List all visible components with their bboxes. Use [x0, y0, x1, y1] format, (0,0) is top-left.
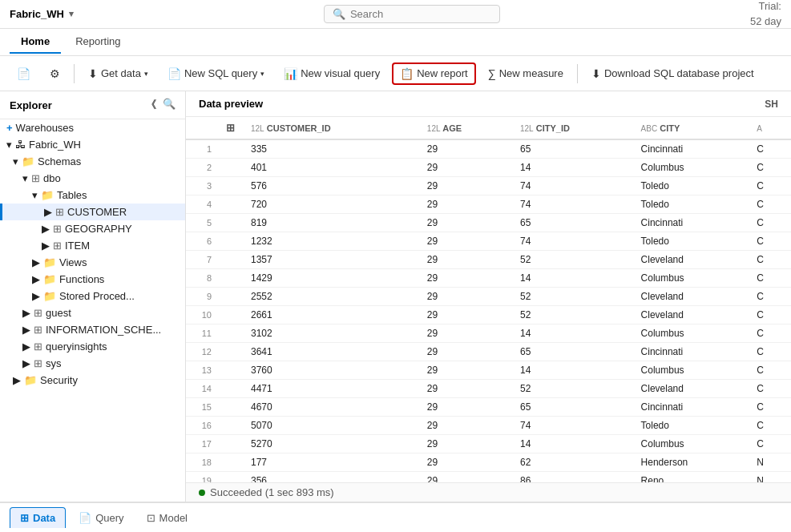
sys-schema-icon: ⊞ [34, 357, 42, 369]
sidebar-search-icon[interactable]: 🔍 [163, 98, 176, 112]
toolbar-settings-btn[interactable]: ⚙ [42, 63, 67, 84]
item-chevron-icon: ▶ [42, 240, 50, 252]
row-cell-spacer [218, 324, 243, 343]
bottom-tab-data[interactable]: ⊞ Data [10, 507, 66, 528]
sidebar-item-stored-proc[interactable]: ▶ 📁 Stored Proced... [0, 288, 185, 304]
sidebar-item-information-schema[interactable]: ▶ ⊞ INFORMATION_SCHE... [0, 321, 185, 338]
sidebar-item-fabric-wh[interactable]: ▾ 🖧 Fabric_WH [0, 136, 185, 153]
row-num: 12 [186, 343, 218, 361]
tab-home[interactable]: Home [10, 30, 61, 54]
bottom-tab-model[interactable]: ⊡ Model [137, 508, 197, 528]
row-cell-city-id: 65 [512, 139, 633, 159]
geography-label: GEOGRAPHY [65, 223, 132, 235]
download-sql-btn[interactable]: ⬇ Download SQL database project [584, 63, 761, 84]
functions-label: Functions [59, 273, 104, 285]
dbo-chevron-icon: ▾ [22, 172, 28, 184]
table-row: 3 576 29 74 Toledo C [186, 177, 791, 195]
toolbar-file-icon-btn[interactable]: 📄 [10, 63, 38, 84]
row-cell-extra: N [749, 472, 791, 483]
row-cell-age: 29 [419, 306, 512, 324]
col-rownum [186, 117, 218, 139]
row-num: 4 [186, 195, 218, 214]
geography-chevron-icon: ▶ [42, 223, 50, 235]
data-table-container[interactable]: ⊞ 12L CUSTOMER_ID 12L AGE 12L CITY_ID AB [186, 117, 791, 482]
sidebar-item-warehouses[interactable]: + Warehouses [0, 119, 185, 136]
toolbar-divider-1 [74, 64, 75, 83]
sidebar-item-guest[interactable]: ▶ ⊞ guest [0, 304, 185, 321]
sidebar-item-views[interactable]: ▶ 📁 Views [0, 254, 185, 271]
row-cell-extra: C [749, 195, 791, 214]
sidebar-item-security[interactable]: ▶ 📁 Security [0, 372, 185, 389]
sidebar-item-dbo[interactable]: ▾ ⊞ dbo [0, 170, 185, 187]
sidebar-item-tables[interactable]: ▾ 📁 Tables [0, 187, 185, 204]
data-preview-panel: Data preview SH ⊞ 12L CUSTOMER_ID 12L [186, 91, 791, 502]
row-cell-city: Cincinnati [633, 139, 749, 159]
new-report-btn[interactable]: 📋 New report [392, 62, 476, 85]
tab-reporting[interactable]: Reporting [64, 30, 131, 54]
row-cell-city: Reno [633, 472, 749, 483]
row-cell-age: 29 [419, 232, 512, 251]
sidebar-item-geography[interactable]: ▶ ⊞ GEOGRAPHY [0, 220, 185, 237]
bottom-tab-query[interactable]: 📄 Query [69, 508, 133, 528]
sidebar-item-customer[interactable]: ▶ ⊞ CUSTOMER [0, 204, 185, 220]
data-table: ⊞ 12L CUSTOMER_ID 12L AGE 12L CITY_ID AB [186, 117, 791, 482]
row-cell-age: 29 [419, 343, 512, 361]
col-header-city[interactable]: ABC CITY [633, 117, 749, 139]
row-cell-age: 29 [419, 380, 512, 398]
queryinsights-schema-icon: ⊞ [34, 341, 42, 353]
table-row: 11 3102 29 14 Columbus C [186, 324, 791, 343]
row-cell-city: Cleveland [633, 306, 749, 324]
customer-chevron-icon: ▶ [44, 206, 52, 218]
data-preview-header: Data preview SH [186, 91, 791, 117]
sidebar-item-queryinsights[interactable]: ▶ ⊞ queryinsights [0, 338, 185, 355]
row-cell-spacer [218, 472, 243, 483]
fabric-wh-icon: 🖧 [15, 139, 26, 151]
toolbar-divider-2 [577, 64, 578, 83]
row-cell-spacer [218, 361, 243, 380]
sys-chevron-icon: ▶ [22, 357, 30, 369]
row-cell-city: Cleveland [633, 288, 749, 306]
sidebar-header-icons: 《 🔍 [146, 98, 176, 112]
row-cell-customer-id: 819 [243, 214, 419, 232]
row-cell-city-id: 62 [512, 453, 633, 472]
table-type-icon: ⊞ [226, 122, 235, 134]
new-visual-btn[interactable]: 📊 New visual query [276, 63, 387, 84]
col-header-extra[interactable]: A [749, 117, 791, 139]
search-box[interactable]: 🔍 [324, 5, 500, 23]
col-header-city-id[interactable]: 12L CITY_ID [512, 117, 633, 139]
sidebar-item-schemas[interactable]: ▾ 📁 Schemas [0, 153, 185, 170]
row-num: 15 [186, 398, 218, 417]
new-measure-btn[interactable]: ∑ New measure [481, 63, 571, 84]
title-chevron-icon[interactable]: ▾ [69, 9, 74, 19]
sidebar-collapse-icon[interactable]: 《 [146, 98, 156, 112]
col-header-age[interactable]: 12L AGE [419, 117, 512, 139]
new-sql-btn[interactable]: 📄 New SQL query ▾ [160, 63, 272, 84]
sys-label: sys [46, 357, 62, 369]
new-report-icon: 📋 [400, 67, 414, 80]
row-cell-customer-id: 177 [243, 453, 419, 472]
sidebar-item-sys[interactable]: ▶ ⊞ sys [0, 355, 185, 372]
row-cell-spacer [218, 269, 243, 288]
info-schema-chevron-icon: ▶ [22, 324, 30, 336]
fabric-wh-chevron-icon: ▾ [6, 139, 12, 151]
row-cell-city: Henderson [633, 453, 749, 472]
get-data-btn[interactable]: ⬇ Get data ▾ [81, 63, 155, 84]
row-cell-spacer [218, 343, 243, 361]
table-body: 1 335 29 65 Cincinnati C 2 401 29 14 Col… [186, 139, 791, 482]
sidebar-item-item[interactable]: ▶ ⊞ ITEM [0, 237, 185, 254]
row-cell-spacer [218, 232, 243, 251]
row-cell-spacer [218, 139, 243, 159]
row-cell-spacer [218, 177, 243, 195]
row-cell-customer-id: 3641 [243, 343, 419, 361]
row-cell-age: 29 [419, 288, 512, 306]
guest-schema-icon: ⊞ [34, 307, 42, 319]
download-sql-icon: ⬇ [591, 67, 601, 80]
row-cell-age: 29 [419, 214, 512, 232]
row-cell-extra: C [749, 417, 791, 435]
dbo-schema-icon: ⊞ [31, 172, 40, 184]
search-input[interactable] [350, 8, 486, 20]
sidebar-item-functions[interactable]: ▶ 📁 Functions [0, 271, 185, 288]
col-header-customer-id[interactable]: 12L CUSTOMER_ID [243, 117, 419, 139]
file-icon: 📄 [17, 67, 30, 80]
row-cell-city-id: 74 [512, 232, 633, 251]
